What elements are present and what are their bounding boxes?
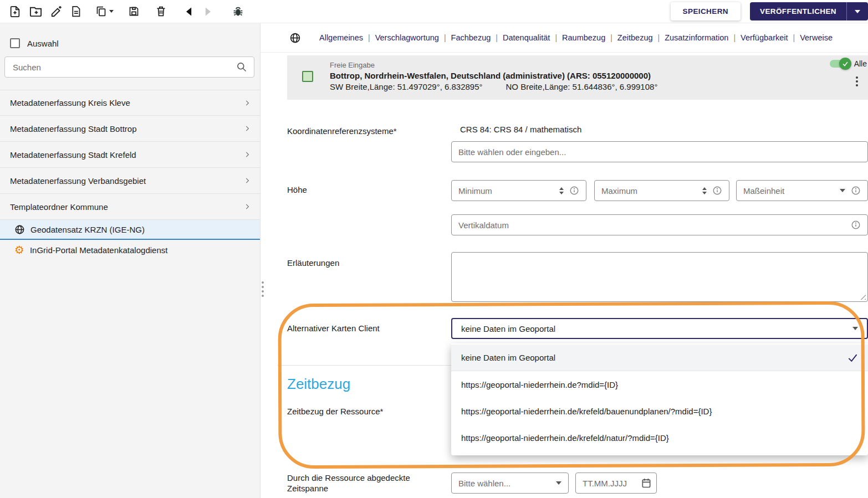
- kebab-menu-icon[interactable]: [854, 74, 860, 89]
- wizard-button[interactable]: [50, 3, 63, 20]
- chevron-down-icon: [855, 10, 860, 13]
- crs-selected-value: CRS 84: CRS 84 / mathematisch: [460, 125, 581, 134]
- preview-button[interactable]: [70, 3, 81, 20]
- show-all-toggle-row: Alle: [830, 59, 867, 68]
- dropdown-option[interactable]: https://geoportal-niederrhein.de?mdid={I…: [451, 371, 868, 398]
- zeitbezug-ressource-label: Zeitbezug der Ressource*: [287, 407, 383, 416]
- save-button[interactable]: SPEICHERN: [671, 2, 741, 20]
- calendar-icon[interactable]: [641, 478, 652, 489]
- debug-button[interactable]: [232, 3, 244, 20]
- dropdown-option-label: https://geoportal-niederrhein.de/krefeld…: [461, 407, 712, 416]
- sidebar-item-stadt-krefeld[interactable]: Metadatenerfassung Stadt Krefeld: [0, 142, 260, 168]
- chevron-down-icon: [109, 10, 114, 13]
- delete-button[interactable]: [155, 3, 167, 20]
- sidebar-item-label: InGrid-Portal Metadatenkatalogdienst: [30, 245, 251, 255]
- tab-zusatzinformation[interactable]: Zusatzinformation: [660, 33, 733, 42]
- tab-datenqualitaet[interactable]: Datenqualität: [498, 33, 555, 42]
- hoehe-label: Höhe: [287, 185, 307, 194]
- show-all-toggle[interactable]: [830, 60, 850, 68]
- publish-options-button[interactable]: [846, 2, 868, 20]
- globe-icon: [289, 32, 301, 44]
- show-all-label: Alle: [854, 59, 867, 68]
- toolbar: SPEICHERN VERÖFFENTLICHEN: [0, 0, 868, 23]
- info-icon[interactable]: [851, 220, 861, 230]
- chevron-right-icon[interactable]: [243, 202, 251, 212]
- dropdown-option[interactable]: https://geoportal-niederrhein.de/krefeld…: [451, 398, 868, 424]
- erlaeuterungen-label: Erläuterungen: [287, 258, 339, 268]
- info-icon[interactable]: [712, 186, 722, 196]
- sidebar-item-label: Metadatenerfassung Verbandsgebiet: [10, 176, 243, 186]
- hoehe-unit-select[interactable]: [743, 186, 836, 196]
- search-icon: [236, 61, 247, 73]
- chevron-right-icon[interactable]: [243, 124, 251, 134]
- selection-checkbox[interactable]: [10, 38, 20, 48]
- sidebar-item-verbandsgebiet[interactable]: Metadatenerfassung Verbandsgebiet: [0, 168, 260, 194]
- main-content: Allgemeines | Verschlagwortung | Fachbez…: [261, 23, 868, 498]
- section-nav: Allgemeines | Verschlagwortung | Fachbez…: [261, 23, 868, 53]
- chevron-down-icon: [840, 189, 845, 192]
- tab-verfuegbarkeit[interactable]: Verfügbarkeit: [736, 33, 793, 42]
- number-stepper[interactable]: [559, 187, 564, 194]
- alt-map-client-dropdown: keine Daten im Geoportal https://geoport…: [451, 343, 868, 455]
- tab-raumbezug[interactable]: Raumbezug: [557, 33, 610, 42]
- hoehe-unit-field[interactable]: [736, 180, 868, 201]
- spatial-type-icon: [302, 71, 313, 82]
- info-icon[interactable]: [851, 186, 861, 196]
- dropdown-option-label: https://geoportal-niederrhein.de/krefeld…: [461, 433, 669, 443]
- hoehe-max-input[interactable]: [601, 186, 699, 196]
- alt-map-client-select[interactable]: keine Daten im Geoportal: [451, 318, 868, 339]
- tree-search: [4, 57, 254, 78]
- number-stepper[interactable]: [702, 187, 707, 194]
- crs-input[interactable]: [458, 147, 861, 157]
- sidebar: Auswahl Metadatenerfassung Kreis Kleve M…: [0, 23, 261, 498]
- save-template-button[interactable]: [128, 3, 140, 20]
- wizard-pencil-icon: [50, 6, 63, 18]
- info-icon[interactable]: [569, 186, 579, 196]
- erlaeuterungen-textarea[interactable]: [452, 253, 867, 301]
- trash-icon: [155, 6, 167, 17]
- document-tree: Metadatenerfassung Kreis Kleve Metadaten…: [0, 90, 260, 260]
- new-folder-button[interactable]: [29, 3, 42, 20]
- sidebar-item-kreis-kleve[interactable]: Metadatenerfassung Kreis Kleve: [0, 90, 260, 116]
- tab-verweise[interactable]: Verweise: [795, 33, 838, 42]
- vertikaldatum-input[interactable]: [458, 220, 847, 230]
- date-input[interactable]: [583, 479, 630, 488]
- sidebar-item-ingrid-portal[interactable]: ⚙ InGrid-Portal Metadatenkatalogdienst: [0, 240, 260, 260]
- document-icon: [70, 6, 81, 17]
- publish-button[interactable]: VERÖFFENTLICHEN: [750, 2, 846, 20]
- chevron-down-icon: [852, 327, 858, 330]
- new-document-button[interactable]: [9, 3, 21, 20]
- zeitbezug-section-title: Zeitbezug: [287, 376, 350, 393]
- tab-allgemeines[interactable]: Allgemeines: [314, 33, 368, 42]
- chevron-right-icon[interactable]: [243, 150, 251, 160]
- crs-field: [451, 141, 868, 162]
- tab-zeitbezug[interactable]: Zeitbezug: [612, 33, 658, 42]
- arrow-left-icon: [183, 6, 195, 17]
- hoehe-min-field: [451, 180, 586, 201]
- sidebar-item-label: Templateordner Kommune: [10, 202, 243, 212]
- history-back-button[interactable]: [183, 3, 195, 20]
- zeitspanne-type-select[interactable]: Bitte wählen...: [451, 473, 569, 494]
- tab-fachbezug[interactable]: Fachbezug: [446, 33, 496, 42]
- save-template-icon: [128, 6, 140, 17]
- chevron-right-icon[interactable]: [243, 98, 251, 108]
- spatial-kind-label: Freie Eingabe: [330, 61, 657, 69]
- zeitspanne-type-placeholder: Bitte wählen...: [458, 479, 510, 488]
- dropdown-option[interactable]: https://geoportal-niederrhein.de/krefeld…: [451, 424, 868, 451]
- sidebar-item-stadt-bottrop[interactable]: Metadatenerfassung Stadt Bottrop: [0, 116, 260, 142]
- history-forward-button[interactable]: [202, 3, 213, 20]
- copy-icon: [95, 6, 107, 17]
- tab-verschlagwortung[interactable]: Verschlagwortung: [370, 33, 444, 42]
- copy-cut-button[interactable]: [95, 3, 114, 20]
- sidebar-item-geodatensatz-krzn[interactable]: Geodatensatz KRZN (IGE-NG): [0, 220, 260, 240]
- crs-label: Koordinatenreferenzsysteme*: [287, 126, 448, 136]
- spatial-sw: SW Breite,Länge: 51.497029°, 6.832895°: [330, 82, 483, 91]
- splitter-handle[interactable]: [260, 279, 265, 299]
- hoehe-max-field: [594, 180, 729, 201]
- zeitspanne-label: Durch die Ressource abgedeckte Zeitspann…: [287, 473, 442, 494]
- hoehe-min-input[interactable]: [458, 186, 556, 196]
- dropdown-option[interactable]: keine Daten im Geoportal: [451, 345, 868, 371]
- sidebar-item-templateordner[interactable]: Templateordner Kommune: [0, 194, 260, 220]
- chevron-right-icon[interactable]: [243, 176, 251, 186]
- search-input[interactable]: [5, 63, 236, 72]
